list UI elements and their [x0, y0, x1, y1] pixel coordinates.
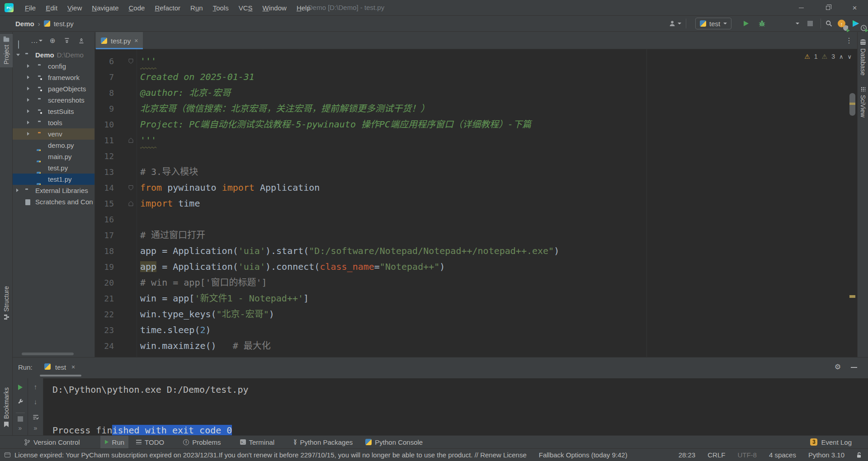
debug-button[interactable]	[759, 20, 765, 27]
tree-item-scratches-and-con[interactable]: Scratches and Con	[13, 196, 94, 207]
fold-marker-icon[interactable]	[128, 137, 137, 143]
next-warning-icon[interactable]: ∨	[847, 53, 852, 60]
menu-vcs[interactable]: VCS	[234, 4, 258, 12]
code-line-6[interactable]: 6'''	[95, 53, 857, 69]
update-available-button[interactable]: ↑	[838, 20, 845, 28]
chevron-right-icon[interactable]	[16, 188, 19, 192]
fold-marker-icon[interactable]	[128, 58, 137, 64]
stripe-tab-bookmarks[interactable]: Bookmarks	[0, 387, 13, 427]
run-button[interactable]	[744, 21, 749, 26]
more-actions-icon[interactable]: »	[19, 424, 22, 432]
event-log-button[interactable]: 3 Event Log	[810, 438, 852, 446]
status-item-4-spaces[interactable]: 4 spaces	[769, 451, 796, 459]
code-line-22[interactable]: 22win.type_keys("北京-宏哥")	[95, 306, 857, 322]
tree-item-external-libraries[interactable]: External Libraries	[13, 185, 94, 196]
profiler-button[interactable]	[860, 24, 867, 31]
stripe-tab-project[interactable]: Project	[0, 34, 13, 67]
soft-wrap-button[interactable]	[33, 414, 38, 420]
menu-edit[interactable]: Edit	[41, 4, 62, 12]
code-line-12[interactable]: 12	[95, 148, 857, 164]
tree-item-demo-py[interactable]: demo.py	[13, 140, 94, 151]
toolwindow-button-python-packages[interactable]: ∨∨Python Packages	[289, 436, 357, 448]
chevron-right-icon[interactable]	[27, 87, 29, 90]
stripe-tab-structure[interactable]: Structure	[0, 286, 13, 320]
stripe-tab-database[interactable]: Database	[858, 39, 868, 75]
code-line-14[interactable]: 14from pywinauto import Application	[95, 180, 857, 196]
tree-item-demo[interactable]: DemoD:\Demo	[13, 49, 94, 61]
fold-marker-icon[interactable]	[128, 185, 137, 191]
toolwindow-button-version-control[interactable]: Version Control	[20, 436, 84, 448]
run-console[interactable]: D:\Python\python.exe D:/Demo/test.py Pro…	[43, 378, 868, 435]
chevron-right-icon[interactable]	[27, 121, 29, 124]
hide-panel-button[interactable]	[851, 367, 857, 368]
run-configuration-select[interactable]: test	[695, 18, 731, 29]
tab-test-py[interactable]: test.py ×	[96, 32, 143, 49]
tree-item-test1-py[interactable]: test1.py	[13, 174, 94, 185]
prev-warning-icon[interactable]: ∧	[839, 53, 844, 60]
tree-item-framework[interactable]: framework	[13, 72, 94, 83]
tree-item-main-py[interactable]: main.py	[13, 151, 94, 162]
chevron-down-icon[interactable]	[16, 54, 20, 56]
tree-item-test-py[interactable]: test.py	[13, 162, 94, 174]
tree-item-screenshots[interactable]: screenshots	[13, 94, 94, 106]
status-item-crlf[interactable]: CRLF	[708, 451, 725, 459]
tree-item-tools[interactable]: tools	[13, 117, 94, 128]
code-line-10[interactable]: 10Project: PC端自动化测试实战教程-5-pywinauto 操作PC…	[95, 117, 857, 132]
maximize-button[interactable]	[815, 0, 841, 16]
lock-icon[interactable]	[856, 452, 862, 458]
code-line-18[interactable]: 18app = Application('uia').start("D:/sof…	[95, 243, 857, 259]
inspections-widget[interactable]: ⚠1 ⚠3 ∧ ∨	[804, 53, 852, 60]
stripe-tab-sciview[interactable]: SciView	[858, 86, 868, 118]
chevron-right-icon[interactable]	[27, 109, 29, 113]
code-area[interactable]: 5# 2.注释：包括记录创建时间，创建人，项目名称。6'''7Created o…	[95, 49, 857, 357]
chevron-right-icon[interactable]	[27, 64, 29, 68]
menu-window[interactable]: Window	[258, 4, 292, 12]
toolwindow-button-python-console[interactable]: Python Console	[361, 436, 427, 448]
tree-item-config[interactable]: config	[13, 61, 94, 72]
stop-button[interactable]	[18, 416, 23, 422]
collapse-all-button[interactable]	[79, 38, 84, 43]
console-command-line[interactable]: D:\Python\python.exe D:/Demo/test.py	[52, 383, 868, 396]
minimize-button[interactable]	[788, 0, 815, 16]
tree-item-pageobjects[interactable]: pageObjects	[13, 83, 94, 94]
expand-all-button[interactable]	[64, 38, 70, 43]
toolwindow-button-problems[interactable]: !Problems	[179, 436, 225, 448]
menu-file[interactable]: File	[20, 4, 41, 12]
status-item-python-3-10[interactable]: Python 3.10	[808, 451, 844, 459]
arrow-up-icon[interactable]: ↑	[34, 383, 38, 390]
close-button[interactable]: ×	[841, 0, 868, 16]
code-line-15[interactable]: 15import time	[95, 196, 857, 212]
menu-tools[interactable]: Tools	[208, 4, 234, 12]
toolwindow-button-run[interactable]: Run	[100, 436, 129, 448]
rerun-button[interactable]	[18, 385, 23, 390]
menu-run[interactable]: Run	[185, 4, 208, 12]
view-mode-icon[interactable]	[18, 40, 19, 49]
more-actions-icon[interactable]: »	[34, 424, 38, 432]
close-icon[interactable]: ×	[134, 37, 138, 44]
toolwindow-button-todo[interactable]: TODO	[132, 436, 168, 448]
code-line-21[interactable]: 21win = app['新文件1 - Notepad++']	[95, 291, 857, 306]
stop-button[interactable]	[807, 21, 813, 26]
search-everywhere-button[interactable]	[826, 20, 832, 27]
toolwindow-button-terminal[interactable]: >_Terminal	[236, 436, 279, 448]
breadcrumb-file[interactable]: test.py	[54, 20, 74, 28]
code-line-7[interactable]: 7Created on 2025-01-31	[95, 69, 857, 85]
menu-code[interactable]: Code	[124, 4, 150, 12]
tree-item-venv[interactable]: venv	[13, 128, 94, 140]
menu-navigate[interactable]: Navigate	[87, 4, 123, 12]
run-tab-label[interactable]: test	[55, 363, 66, 371]
kebab-menu-icon[interactable]: ⋮	[845, 36, 853, 45]
horizontal-scrollbar[interactable]	[22, 353, 74, 355]
chevron-right-icon[interactable]	[27, 132, 29, 136]
code-line-17[interactable]: 17# 通过窗口打开	[95, 227, 857, 243]
license-message[interactable]: License expired: Your PyCharm subscripti…	[14, 451, 527, 459]
toolbox-plugin-icon[interactable]	[852, 20, 859, 27]
user-profile-button[interactable]	[669, 21, 675, 27]
code-line-24[interactable]: 24win.maximize() # 最大化	[95, 338, 857, 354]
code-line-16[interactable]: 16	[95, 212, 857, 227]
code-line-19[interactable]: 19app = Application('uia').connect(class…	[95, 259, 857, 275]
fold-marker-icon[interactable]	[128, 201, 137, 207]
arrow-down-icon[interactable]: ↓	[34, 398, 38, 405]
chevron-right-icon[interactable]	[27, 75, 29, 79]
tree-item-testsuits[interactable]: testSuits	[13, 106, 94, 117]
